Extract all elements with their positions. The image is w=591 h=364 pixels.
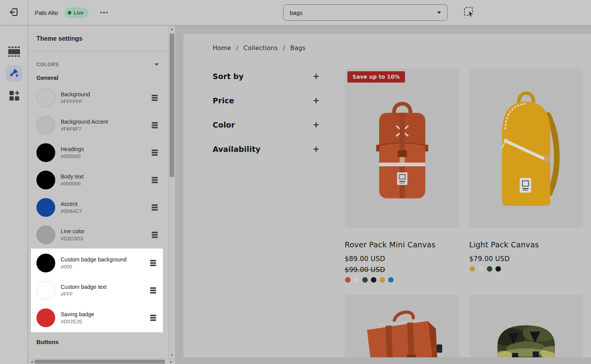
breadcrumb-home[interactable]: Home bbox=[213, 45, 231, 52]
filter-label: Price bbox=[213, 96, 234, 105]
color-swatch bbox=[36, 198, 55, 217]
color-row-custom-badge-text[interactable]: Custom badge text #FFF bbox=[31, 277, 163, 304]
color-code: #F6F6F7 bbox=[61, 126, 108, 132]
swatch-dot[interactable] bbox=[495, 266, 501, 272]
theme-settings-panel: Theme settings COLORS General Background… bbox=[28, 26, 175, 364]
live-dot-icon bbox=[68, 11, 71, 14]
page-selector-value: bags bbox=[290, 9, 303, 16]
section-picker-button[interactable] bbox=[463, 7, 475, 18]
filter-price[interactable]: Price + bbox=[213, 95, 319, 106]
product-card-satchel[interactable] bbox=[345, 294, 459, 357]
breadcrumb-separator: / bbox=[283, 45, 286, 52]
panel-vertical-scrollbar[interactable]: ▲ ▼ bbox=[168, 26, 175, 359]
collapse-caret-icon bbox=[155, 63, 159, 66]
dynamic-source-icon[interactable] bbox=[150, 315, 156, 321]
product-card-rover-pack[interactable]: Save up to 10% bbox=[345, 68, 459, 228]
swatch-dot[interactable] bbox=[345, 277, 351, 283]
scroll-left-icon[interactable]: ◄ bbox=[30, 359, 33, 364]
plus-icon: + bbox=[313, 144, 319, 155]
color-row-custom-badge-background[interactable]: Custom badge background #000 bbox=[31, 249, 163, 277]
breadcrumb-current: Bags bbox=[290, 45, 305, 52]
dynamic-source-icon[interactable] bbox=[150, 260, 156, 267]
color-swatch bbox=[36, 171, 55, 189]
live-status-badge: Live bbox=[64, 7, 89, 18]
color-swatch bbox=[36, 254, 55, 272]
panel-header: Theme settings bbox=[28, 26, 175, 52]
swatch-dot[interactable] bbox=[487, 266, 492, 272]
colors-section-label: COLORS bbox=[36, 62, 59, 67]
dynamic-source-icon[interactable] bbox=[152, 232, 158, 238]
product-title[interactable]: Light Pack Canvas bbox=[469, 240, 539, 249]
color-label: Saving badge bbox=[61, 311, 94, 317]
filter-availability[interactable]: Availability + bbox=[213, 143, 319, 155]
exit-editor-button[interactable] bbox=[9, 7, 19, 18]
breadcrumb-collections[interactable]: Collections bbox=[244, 45, 278, 52]
color-row-background[interactable]: Background #FFFFFF bbox=[28, 84, 175, 112]
color-code: #D02E2E bbox=[61, 319, 94, 324]
page-selector-dropdown[interactable]: bags bbox=[283, 4, 448, 21]
scroll-up-icon[interactable]: ▲ bbox=[169, 27, 175, 31]
color-swatch bbox=[36, 116, 55, 135]
color-swatch bbox=[36, 308, 55, 327]
swatch-dot[interactable] bbox=[478, 266, 484, 272]
color-row-accent[interactable]: Accent #004AC7 bbox=[28, 194, 175, 221]
rail-item-theme-settings[interactable] bbox=[6, 65, 22, 81]
swatch-dot[interactable] bbox=[470, 266, 475, 272]
color-label: Accent bbox=[61, 201, 82, 207]
plus-icon: + bbox=[313, 96, 319, 106]
product-card-camo-pack[interactable] bbox=[469, 294, 583, 357]
color-label: Custom badge background bbox=[61, 256, 127, 263]
color-label: Custom badge text bbox=[61, 284, 107, 290]
dynamic-source-icon[interactable] bbox=[152, 95, 158, 101]
dynamic-source-icon[interactable] bbox=[150, 287, 156, 294]
more-options-button[interactable] bbox=[100, 12, 108, 14]
filter-sidebar: Sort by + Price + Color + Availability + bbox=[213, 70, 319, 168]
color-settings-list: Background #FFFFFF Background Accent #F6… bbox=[28, 84, 175, 332]
rail-item-sections[interactable] bbox=[6, 44, 22, 60]
storefront-preview: Home / Collections / Bags Sort by + Pric… bbox=[183, 34, 591, 357]
panel-horizontal-scrollbar[interactable]: ◄ ► bbox=[28, 359, 175, 364]
color-row-body-text[interactable]: Body text #000000 bbox=[28, 166, 175, 194]
color-code: #FFF bbox=[61, 291, 107, 297]
product-image-rover-pack bbox=[365, 89, 439, 228]
dynamic-source-icon[interactable] bbox=[152, 150, 158, 156]
colors-section-header[interactable]: COLORS bbox=[28, 52, 175, 67]
swatch-dot[interactable] bbox=[388, 277, 394, 283]
product-color-swatches bbox=[345, 277, 394, 283]
plus-icon: + bbox=[313, 120, 319, 130]
color-row-saving-badge[interactable]: Saving badge #D02E2E bbox=[31, 304, 163, 332]
color-label: Background Accent bbox=[61, 119, 108, 125]
horizontal-scrollbar-thumb[interactable] bbox=[34, 360, 165, 364]
group-label-general: General bbox=[36, 74, 175, 81]
scroll-down-icon[interactable]: ▼ bbox=[169, 353, 175, 357]
color-swatch bbox=[36, 88, 55, 107]
filter-sort-by[interactable]: Sort by + bbox=[213, 70, 319, 82]
swatch-dot[interactable] bbox=[380, 277, 385, 283]
swatch-dot[interactable] bbox=[362, 277, 368, 283]
dynamic-source-icon[interactable] bbox=[152, 177, 158, 184]
vertical-scrollbar-thumb[interactable] bbox=[170, 34, 174, 177]
color-code: #000000 bbox=[61, 181, 83, 187]
swatch-dot[interactable] bbox=[371, 277, 376, 283]
color-label: Headings bbox=[61, 146, 84, 152]
live-status-label: Live bbox=[74, 10, 83, 16]
sections-icon bbox=[8, 46, 20, 58]
color-row-headings[interactable]: Headings #000000 bbox=[28, 139, 175, 166]
color-row-background-accent[interactable]: Background Accent #F6F6F7 bbox=[28, 112, 175, 139]
dynamic-source-icon[interactable] bbox=[152, 204, 158, 211]
product-title[interactable]: Rover Pack Mini Canvas bbox=[345, 240, 436, 249]
filter-label: Availability bbox=[213, 145, 260, 153]
editor-left-rail bbox=[0, 26, 28, 364]
scroll-right-icon[interactable]: ► bbox=[170, 359, 173, 364]
color-code: #FFFFFF bbox=[61, 99, 90, 105]
dynamic-source-icon[interactable] bbox=[152, 122, 158, 129]
section-picker-icon bbox=[463, 6, 475, 19]
product-card-light-pack[interactable] bbox=[469, 68, 583, 228]
color-row-line-color[interactable]: Line color #D3D3D3 bbox=[28, 221, 175, 249]
topbar-left-cell bbox=[0, 0, 28, 25]
swatch-dot[interactable] bbox=[354, 277, 359, 283]
color-code: #004AC7 bbox=[61, 208, 82, 214]
rail-item-apps[interactable] bbox=[6, 88, 22, 104]
product-color-swatches bbox=[470, 266, 501, 272]
filter-color[interactable]: Color + bbox=[213, 119, 319, 131]
